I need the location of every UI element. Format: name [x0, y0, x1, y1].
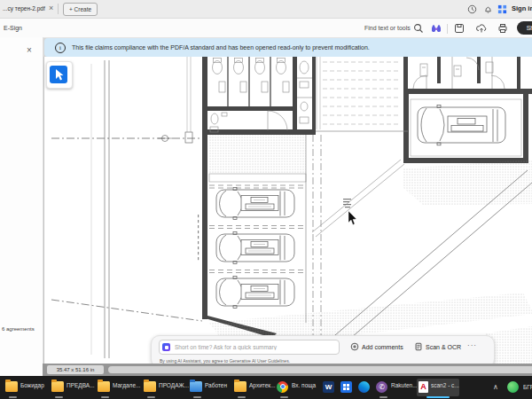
running-indicator	[379, 396, 387, 398]
scan-document-icon	[414, 342, 423, 351]
pdf-page[interactable]	[44, 57, 532, 364]
acrobat-window: ...су терен-2.pdf × + Create Sign in E-S…	[0, 0, 532, 399]
quick-tools-panel	[46, 61, 73, 89]
taskbar-label: Архитек...	[249, 382, 276, 388]
taskbar-item-folder-3[interactable]: Магдале...	[96, 379, 140, 396]
mouse-cursor	[348, 211, 356, 225]
taskbar-item-viber[interactable]: Rakuten...	[374, 379, 415, 396]
running-indicator	[147, 396, 155, 398]
running-indicator	[280, 396, 288, 398]
blue-folder-icon	[190, 381, 202, 392]
ai-prompt-input[interactable]	[159, 340, 340, 355]
taskbar-label: Rakuten...	[391, 382, 418, 388]
scan-ocr-label: Scan & OCR	[426, 344, 461, 350]
page-size-badge: 35.47 x 51.16 in	[47, 365, 104, 374]
taskbar-item-edge[interactable]	[356, 379, 372, 396]
taskbar-item-folder-2[interactable]: ПРЕДВА...	[50, 379, 94, 396]
create-button[interactable]: + Create	[63, 3, 98, 16]
taskbar-label: ПРЕДВА...	[66, 382, 95, 388]
tab-separator	[58, 4, 59, 14]
tray-app-label: БГР	[523, 384, 532, 390]
menu-esign[interactable]: E-Sign	[4, 25, 22, 31]
notifications-bell-icon[interactable]	[483, 4, 493, 14]
running-indicator	[55, 396, 63, 398]
taskbar-label: scan2 - с...	[431, 382, 459, 388]
history-clock-icon[interactable]	[467, 4, 477, 14]
ai-assistant-binoculars-icon[interactable]	[431, 23, 442, 34]
edge-icon	[358, 381, 370, 393]
panel-close-icon[interactable]: ×	[27, 45, 32, 55]
share-button[interactable]: Share	[517, 21, 532, 35]
folder-icon	[5, 381, 18, 392]
running-indicator	[193, 396, 201, 398]
scan-ocr-button[interactable]: Scan & OCR	[414, 341, 461, 354]
taskbar-label: ПРОДАЖ...	[159, 382, 189, 388]
taskbar-label: Божидар	[20, 382, 44, 388]
agreements-label[interactable]: 6 agreements	[2, 326, 35, 332]
left-panel: × 6 agreements	[0, 37, 43, 376]
running-indicator	[9, 396, 17, 398]
taskbar-label: Вх. поща	[292, 382, 316, 388]
running-indicator	[101, 396, 109, 398]
taskbar-item-folder-5[interactable]: Работен	[188, 379, 231, 396]
taskbar-item-chrome[interactable]: Вх. поща	[275, 379, 319, 396]
taskbar-item-acrobat-active[interactable]: A scan2 - с...	[417, 379, 459, 396]
add-comments-label: Add comments	[362, 344, 403, 350]
taskbar-item-folder-4[interactable]: ПРОДАЖ...	[142, 379, 186, 396]
taskbar-label: Работен	[205, 382, 227, 388]
folder-icon	[144, 381, 156, 392]
folder-icon	[51, 381, 64, 392]
upload-cloud-icon[interactable]	[476, 23, 487, 34]
save-icon[interactable]	[454, 23, 465, 34]
toolbar-row: E-Sign Find text or tools Share	[0, 19, 532, 38]
search-icon[interactable]	[413, 23, 424, 34]
apps-grid-icon[interactable]	[497, 4, 507, 14]
toolbar-separator	[447, 24, 448, 34]
folder-icon	[234, 381, 246, 392]
taskbar-item-blue-app[interactable]	[339, 379, 355, 396]
title-bar: ...су терен-2.pdf × + Create Sign in	[0, 0, 532, 19]
tray-expand-chevron[interactable]: ∧	[493, 383, 498, 391]
more-options-icon[interactable]: ···	[467, 341, 477, 349]
comment-icon	[350, 342, 359, 351]
windows-taskbar: Божидар ПРЕДВА... Магдале... ПРОДАЖ... Р…	[0, 376, 532, 399]
sign-in-label[interactable]: Sign in	[512, 4, 532, 12]
pdfa-banner: i This file claims compliance with the P…	[44, 38, 532, 57]
horizontal-scrollbar[interactable]	[108, 366, 532, 373]
running-indicator	[238, 396, 246, 398]
green-app-icon	[507, 381, 519, 393]
banner-message: This file claims compliance with the PDF…	[72, 44, 370, 51]
document-tab[interactable]: ...су терен-2.pdf ×	[0, 0, 57, 18]
viber-icon	[376, 381, 387, 393]
select-tool-button[interactable]	[50, 66, 67, 83]
active-indicator	[426, 396, 450, 398]
taskbar-item-folder-6[interactable]: Архитек...	[232, 379, 273, 396]
acrobat-pdf-icon: A	[419, 381, 428, 393]
document-status-strip: 35.47 x 51.16 in	[43, 364, 532, 376]
tab-title: ...су терен-2.pdf	[3, 5, 45, 12]
architectural-plan	[44, 57, 532, 364]
tab-close-icon[interactable]: ×	[49, 4, 53, 12]
taskbar-label: Магдале...	[113, 382, 140, 388]
taskbar-item-folder-1[interactable]: Божидар	[4, 379, 48, 396]
ai-assistant-icon	[162, 343, 170, 351]
cursor-arrow-icon	[50, 66, 67, 83]
chrome-icon	[277, 381, 288, 393]
find-tools-label[interactable]: Find text or tools	[364, 25, 411, 31]
folder-icon	[98, 381, 110, 392]
taskbar-item-word[interactable]: W	[321, 379, 337, 396]
print-icon[interactable]	[497, 23, 508, 34]
add-comments-button[interactable]: Add comments	[350, 341, 403, 354]
word-icon: W	[323, 381, 334, 393]
info-icon: i	[55, 43, 66, 53]
blue-app-icon	[340, 381, 352, 393]
